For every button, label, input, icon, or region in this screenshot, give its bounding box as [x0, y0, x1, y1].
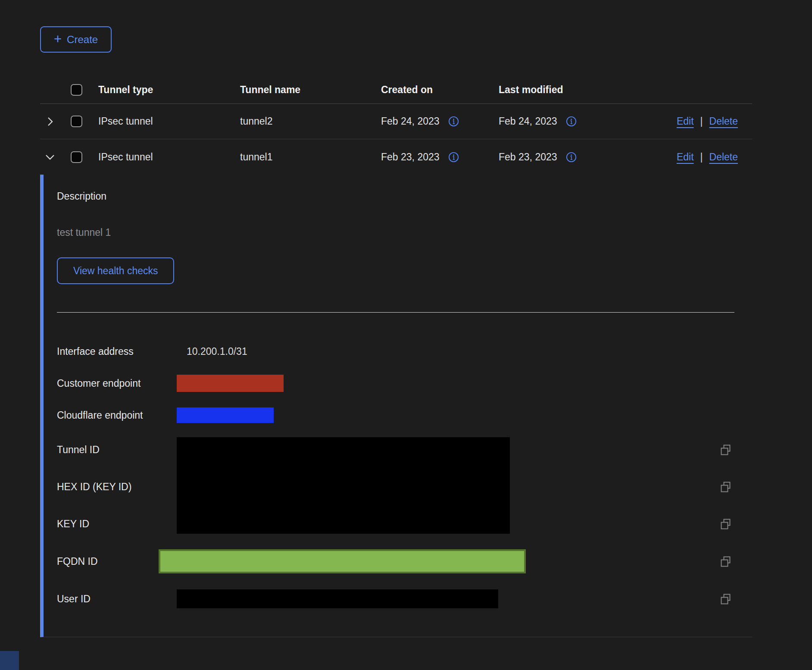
field-label: Tunnel ID	[57, 444, 177, 456]
field-customer-endpoint: Customer endpoint	[57, 367, 752, 399]
info-icon[interactable]	[566, 116, 577, 127]
created-on-value: Feb 23, 2023	[381, 151, 440, 163]
field-label: Customer endpoint	[57, 378, 177, 389]
info-icon[interactable]	[566, 152, 577, 163]
column-header-tunnel-name: Tunnel name	[240, 84, 381, 96]
delete-link[interactable]: Delete	[709, 151, 738, 163]
column-header-tunnel-type: Tunnel type	[93, 84, 240, 96]
redacted-customer-endpoint	[177, 375, 284, 392]
row-checkbox-tunnel1[interactable]	[71, 151, 82, 163]
last-modified-value: Feb 24, 2023	[499, 116, 557, 127]
collapse-chevron-down-icon[interactable]	[44, 151, 56, 163]
tunnel-name-cell: tunnel2	[240, 116, 381, 127]
interface-address-value: 10.200.1.0/31	[177, 346, 247, 357]
info-icon[interactable]	[448, 152, 459, 163]
section-divider	[57, 312, 734, 313]
field-label: Interface address	[57, 346, 177, 357]
info-icon[interactable]	[448, 116, 459, 127]
select-all-checkbox[interactable]	[71, 84, 82, 96]
copy-icon[interactable]	[720, 518, 731, 530]
field-fqdn-id: FQDN ID	[57, 542, 752, 580]
created-on-value: Feb 24, 2023	[381, 116, 440, 127]
field-user-id: User ID	[57, 580, 752, 617]
create-button[interactable]: + Create	[40, 26, 112, 53]
column-header-created-on: Created on	[381, 84, 499, 96]
tunnels-table: Tunnel type Tunnel name Created on Last …	[40, 76, 752, 637]
field-label: User ID	[57, 593, 177, 605]
delete-link[interactable]: Delete	[709, 116, 738, 127]
row-checkbox-tunnel2[interactable]	[71, 116, 82, 127]
last-modified-value: Feb 23, 2023	[499, 151, 557, 163]
edit-link[interactable]: Edit	[677, 151, 694, 163]
copy-icon[interactable]	[720, 556, 731, 567]
tunnel-type-cell: IPsec tunnel	[93, 116, 240, 127]
redacted-id-group: Tunnel ID HEX ID (KEY ID) KEY ID	[57, 431, 752, 542]
expanded-tunnel-details: Description test tunnel 1 View health ch…	[40, 175, 752, 637]
description-value: test tunnel 1	[57, 226, 752, 238]
column-header-last-modified: Last modified	[499, 84, 625, 96]
field-interface-address: Interface address 10.200.1.0/31	[57, 335, 752, 367]
redacted-cloudflare-endpoint	[177, 407, 274, 423]
actions-separator: |	[700, 116, 703, 127]
edit-link[interactable]: Edit	[677, 116, 694, 127]
view-health-checks-button[interactable]: View health checks	[57, 257, 174, 284]
create-button-label: Create	[67, 34, 98, 46]
field-label: KEY ID	[57, 518, 177, 530]
bottom-left-blue-block	[0, 651, 19, 670]
table-row-tunnel2: IPsec tunnel tunnel2 Feb 24, 2023 Feb 24…	[40, 104, 752, 139]
field-cloudflare-endpoint: Cloudflare endpoint	[57, 399, 752, 431]
redacted-user-id	[177, 589, 498, 608]
tunnel-fields: Interface address 10.200.1.0/31 Customer…	[57, 335, 752, 617]
expand-chevron-right-icon[interactable]	[44, 116, 56, 128]
tunnel-name-cell: tunnel1	[240, 151, 381, 163]
copy-icon[interactable]	[720, 481, 731, 493]
field-label: Cloudflare endpoint	[57, 410, 177, 421]
actions-separator: |	[700, 151, 703, 163]
copy-icon[interactable]	[720, 444, 731, 456]
redacted-id-block	[177, 437, 510, 534]
field-label: HEX ID (KEY ID)	[57, 481, 177, 493]
table-header-row: Tunnel type Tunnel name Created on Last …	[40, 76, 752, 104]
redacted-fqdn-id	[159, 549, 526, 573]
table-row-tunnel1: IPsec tunnel tunnel1 Feb 23, 2023 Feb 23…	[40, 139, 752, 175]
plus-icon: +	[54, 32, 62, 46]
description-label: Description	[57, 190, 752, 202]
tunnel-type-cell: IPsec tunnel	[93, 151, 240, 163]
copy-icon[interactable]	[720, 593, 731, 605]
